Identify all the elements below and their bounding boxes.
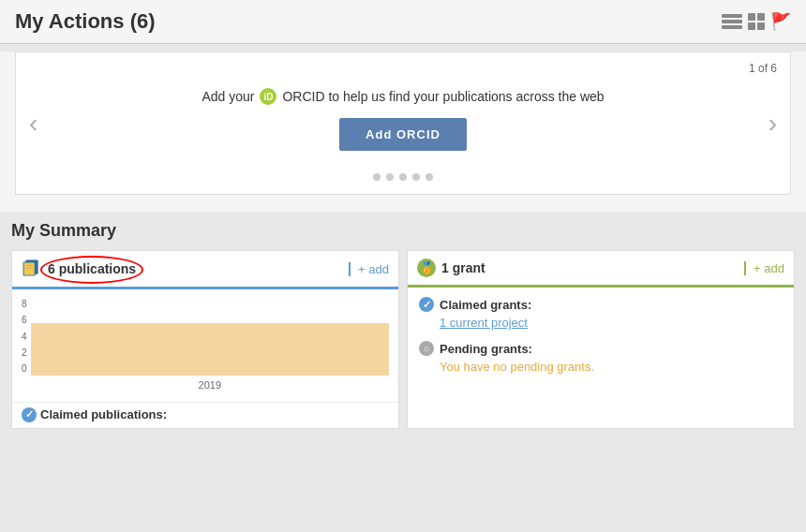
y-label-6: 6 [22,315,27,325]
orcid-logo-icon: iD [260,88,276,105]
claimed-pubs-row: ✓ Claimed publications: [22,407,167,422]
publications-header-text: 6 publications [48,261,136,276]
pending-grants-label: Pending grants: [440,342,532,356]
claimed-check-icon: ✓ [22,407,37,422]
y-label-2: 2 [22,347,27,358]
flag-icon[interactable]: 🚩 [770,11,791,32]
claimed-grants-item: ✓ Claimed grants: 1 current project [419,297,783,330]
carousel-text-post: ORCID to help us find your publications … [282,89,604,104]
carousel-counter: 1 of 6 [16,62,790,75]
claimed-publications-label: ✓ Claimed publications: [12,402,398,428]
page-title: My Actions (6) [15,9,156,34]
list-view-icon[interactable] [722,14,742,29]
grants-add-link[interactable]: + add [744,261,784,275]
grants-card-header: 🏅 1 grant + add [408,251,794,288]
chart-x-label: 2019 [31,379,389,391]
claimed-grants-check-icon: ✓ [419,297,434,312]
publications-card-header-left: 6 publications [22,259,136,279]
pending-grants-icon: ○ [419,341,434,356]
grants-icon: 🏅 [417,259,436,277]
summary-section: My Summary 6 [0,212,806,429]
no-pending-grants-text: You have no pending grants. [440,360,783,374]
grants-header-text: 1 grant [441,260,485,275]
header-actions: 🚩 [722,11,791,32]
claimed-pubs-text: Claimed publications: [40,407,167,421]
header: My Actions (6) 🚩 [0,0,806,44]
chart-bar-2019 [31,323,389,376]
grants-card: 🏅 1 grant + add ✓ Claimed grants: 1 curr… [407,250,795,429]
bar-container [31,301,389,376]
carousel-content: Add your iD ORCID to help us find your p… [16,79,790,166]
grid-view-icon[interactable] [748,13,765,30]
publications-count-label: 6 publications [48,261,136,276]
carousel-dots [16,173,790,181]
publications-card-header: 6 publications + add [12,251,398,289]
add-orcid-button[interactable]: Add ORCID [339,118,467,151]
current-project-link[interactable]: 1 current project [440,316,783,330]
svg-rect-2 [24,263,35,275]
publications-chart: 8 6 4 2 0 2019 [12,289,398,402]
carousel-wrapper: 1 of 6 ‹ › Add your iD ORCID to help us … [15,52,791,195]
carousel-dot-1[interactable] [373,173,381,181]
carousel-next-button[interactable]: › [759,109,786,139]
carousel-prev-button[interactable]: ‹ [20,109,47,139]
publications-card: 6 publications + add 8 6 4 2 0 [11,250,399,429]
grants-card-content: ✓ Claimed grants: 1 current project ○ Pe… [408,288,794,394]
carousel-section: 1 of 6 ‹ › Add your iD ORCID to help us … [0,52,806,212]
carousel-dot-3[interactable] [399,173,407,181]
y-label-0: 0 [22,363,27,374]
grants-card-header-left: 🏅 1 grant [417,259,485,277]
pending-grants-item: ○ Pending grants: You have no pending gr… [419,341,783,374]
y-label-8: 8 [22,299,27,309]
summary-title: My Summary [11,221,795,241]
pending-grants-title: ○ Pending grants: [419,341,783,356]
carousel-dot-2[interactable] [386,173,394,181]
publications-add-link[interactable]: + add [349,262,389,276]
y-label-4: 4 [22,332,27,342]
claimed-grants-label: Claimed grants: [440,298,531,312]
carousel-dot-4[interactable] [412,173,420,181]
chart-y-labels: 8 6 4 2 0 [22,299,31,374]
summary-cards: 6 publications + add 8 6 4 2 0 [11,250,795,429]
claimed-grants-title: ✓ Claimed grants: [419,297,783,312]
publications-icon [22,259,42,279]
carousel-text-pre: Add your [202,89,254,104]
carousel-text: Add your iD ORCID to help us find your p… [202,88,604,105]
chart-bars-container: 2019 [31,297,389,391]
carousel-dot-5[interactable] [425,173,433,181]
